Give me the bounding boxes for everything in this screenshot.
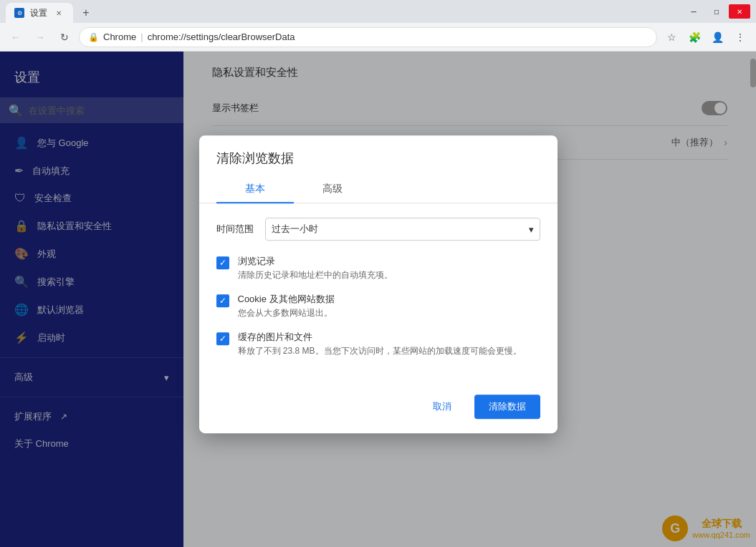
clear-data-button[interactable]: 清除数据 [474, 394, 540, 419]
cancel-button[interactable]: 取消 [418, 394, 466, 419]
refresh-button[interactable]: ↻ [54, 27, 75, 47]
time-range-label: 时间范围 [216, 223, 254, 236]
forward-button[interactable]: → [30, 27, 50, 47]
tab-label: 设置 [30, 7, 47, 19]
tab-basic[interactable]: 基本 [216, 175, 294, 203]
back-button[interactable]: ← [6, 27, 26, 47]
cache-label: 缓存的图片和文件 [238, 331, 522, 344]
dialog-title: 清除浏览数据 [199, 135, 558, 175]
history-checkbox[interactable]: ✓ [216, 256, 229, 269]
titlebar: ⚙ 设置 ✕ + ─ □ ✕ [0, 0, 756, 23]
menu-button[interactable]: ⋮ [730, 27, 750, 47]
maximize-button[interactable]: □ [706, 4, 727, 19]
new-tab-button[interactable]: + [76, 3, 96, 23]
tab-close-button[interactable]: ✕ [53, 7, 64, 19]
history-desc: 清除历史记录和地址栏中的自动填充项。 [238, 269, 393, 281]
clear-browser-data-dialog: 清除浏览数据 基本 高级 时间范围 过去一小时 ▾ ✓ 浏览记录 清除历史记录和… [199, 135, 558, 433]
dropdown-arrow-icon: ▾ [529, 224, 534, 235]
titlebar-tabs: ⚙ 设置 ✕ + [6, 0, 96, 23]
time-range-row: 时间范围 过去一小时 ▾ [216, 218, 540, 241]
extensions-button[interactable]: 🧩 [684, 27, 704, 47]
cookies-label: Cookie 及其他网站数据 [238, 293, 335, 306]
dialog-tabs: 基本 高级 [199, 175, 558, 203]
cache-desc: 释放了不到 23.8 MB。当您下次访问时，某些网站的加载速度可能会更慢。 [238, 345, 522, 357]
addressbar-actions: ☆ 🧩 👤 ⋮ [661, 27, 750, 47]
url-path: chrome://settings/clearBrowserData [148, 32, 648, 42]
dialog-body: 时间范围 过去一小时 ▾ ✓ 浏览记录 清除历史记录和地址栏中的自动填充项。 ✓… [199, 203, 558, 383]
cookies-content: Cookie 及其他网站数据 您会从大多数网站退出。 [238, 293, 335, 319]
dialog-footer: 取消 清除数据 [199, 383, 558, 433]
cookies-desc: 您会从大多数网站退出。 [238, 307, 335, 319]
url-separator: | [140, 32, 143, 42]
close-button[interactable]: ✕ [729, 4, 750, 19]
main-layout: 设置 🔍 👤 您与 Google ✒ 自动填充 🛡 安全检查 🔒 隐私设置和安全… [0, 52, 756, 547]
url-bar[interactable]: 🔒 Chrome | chrome://settings/clearBrowse… [79, 27, 657, 47]
checkbox-row-cache: ✓ 缓存的图片和文件 释放了不到 23.8 MB。当您下次访问时，某些网站的加载… [216, 331, 540, 357]
url-site: Chrome [103, 32, 136, 42]
tab-advanced[interactable]: 高级 [294, 175, 371, 203]
window-controls: ─ □ ✕ [683, 4, 750, 19]
history-label: 浏览记录 [238, 255, 393, 268]
bookmark-button[interactable]: ☆ [661, 27, 681, 47]
cookies-checkbox[interactable]: ✓ [216, 294, 229, 307]
cache-content: 缓存的图片和文件 释放了不到 23.8 MB。当您下次访问时，某些网站的加载速度… [238, 331, 522, 357]
cache-checkbox[interactable]: ✓ [216, 332, 229, 345]
addressbar: ← → ↻ 🔒 Chrome | chrome://settings/clear… [0, 23, 756, 52]
checkbox-row-history: ✓ 浏览记录 清除历史记录和地址栏中的自动填充项。 [216, 255, 540, 281]
active-tab[interactable]: ⚙ 设置 ✕ [6, 3, 73, 23]
time-range-value: 过去一小时 [272, 223, 318, 236]
security-icon: 🔒 [88, 32, 99, 42]
tab-favicon: ⚙ [14, 8, 24, 18]
time-range-select[interactable]: 过去一小时 ▾ [265, 218, 540, 241]
history-content: 浏览记录 清除历史记录和地址栏中的自动填充项。 [238, 255, 393, 281]
profile-button[interactable]: 👤 [707, 27, 727, 47]
minimize-button[interactable]: ─ [683, 4, 704, 19]
checkbox-row-cookies: ✓ Cookie 及其他网站数据 您会从大多数网站退出。 [216, 293, 540, 319]
